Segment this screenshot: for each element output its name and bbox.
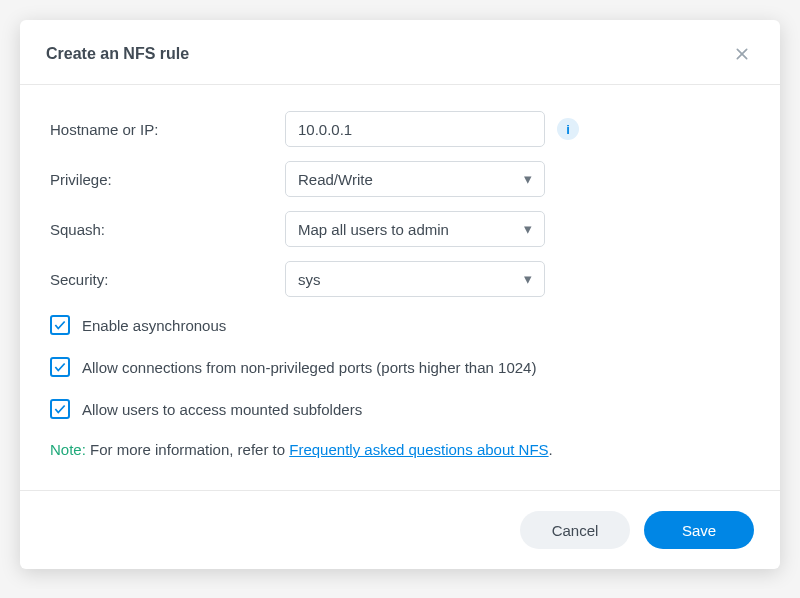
- note-section: Note: For more information, refer to Fre…: [50, 441, 750, 480]
- chevron-down-icon: ▾: [524, 220, 532, 238]
- dialog-footer: Cancel Save: [20, 490, 780, 569]
- close-button[interactable]: [730, 42, 754, 66]
- check-icon: [53, 402, 67, 416]
- save-button[interactable]: Save: [644, 511, 754, 549]
- hostname-label: Hostname or IP:: [50, 121, 285, 138]
- security-select[interactable]: sys ▾: [285, 261, 545, 297]
- security-control: sys ▾: [285, 261, 545, 297]
- hostname-input[interactable]: [285, 111, 545, 147]
- security-value: sys: [298, 271, 321, 288]
- async-row: Enable asynchronous: [50, 315, 750, 335]
- chevron-down-icon: ▾: [524, 270, 532, 288]
- nonpriv-checkbox[interactable]: [50, 357, 70, 377]
- note-prefix: Note:: [50, 441, 86, 458]
- note-text: For more information, refer to: [86, 441, 289, 458]
- privilege-label: Privilege:: [50, 171, 285, 188]
- check-icon: [53, 318, 67, 332]
- squash-value: Map all users to admin: [298, 221, 449, 238]
- dialog-body: Hostname or IP: i Privilege: Read/Write …: [20, 85, 780, 490]
- info-icon[interactable]: i: [557, 118, 579, 140]
- checkbox-group: Enable asynchronous Allow connections fr…: [50, 315, 750, 419]
- squash-row: Squash: Map all users to admin ▾: [50, 211, 750, 247]
- close-icon: [734, 46, 750, 62]
- async-label: Enable asynchronous: [82, 317, 226, 334]
- privilege-control: Read/Write ▾: [285, 161, 545, 197]
- nonpriv-label: Allow connections from non-privileged po…: [82, 359, 536, 376]
- privilege-row: Privilege: Read/Write ▾: [50, 161, 750, 197]
- subfolders-row: Allow users to access mounted subfolders: [50, 399, 750, 419]
- dialog-header: Create an NFS rule: [20, 20, 780, 85]
- security-row: Security: sys ▾: [50, 261, 750, 297]
- security-label: Security:: [50, 271, 285, 288]
- subfolders-checkbox[interactable]: [50, 399, 70, 419]
- hostname-row: Hostname or IP: i: [50, 111, 750, 147]
- privilege-value: Read/Write: [298, 171, 373, 188]
- cancel-button[interactable]: Cancel: [520, 511, 630, 549]
- note-suffix: .: [549, 441, 553, 458]
- chevron-down-icon: ▾: [524, 170, 532, 188]
- nfs-rule-dialog: Create an NFS rule Hostname or IP: i Pri…: [20, 20, 780, 569]
- hostname-control: i: [285, 111, 579, 147]
- note-link[interactable]: Frequently asked questions about NFS: [289, 441, 548, 458]
- nonpriv-row: Allow connections from non-privileged po…: [50, 357, 750, 377]
- subfolders-label: Allow users to access mounted subfolders: [82, 401, 362, 418]
- async-checkbox[interactable]: [50, 315, 70, 335]
- privilege-select[interactable]: Read/Write ▾: [285, 161, 545, 197]
- squash-label: Squash:: [50, 221, 285, 238]
- squash-control: Map all users to admin ▾: [285, 211, 545, 247]
- dialog-title: Create an NFS rule: [46, 45, 189, 63]
- check-icon: [53, 360, 67, 374]
- squash-select[interactable]: Map all users to admin ▾: [285, 211, 545, 247]
